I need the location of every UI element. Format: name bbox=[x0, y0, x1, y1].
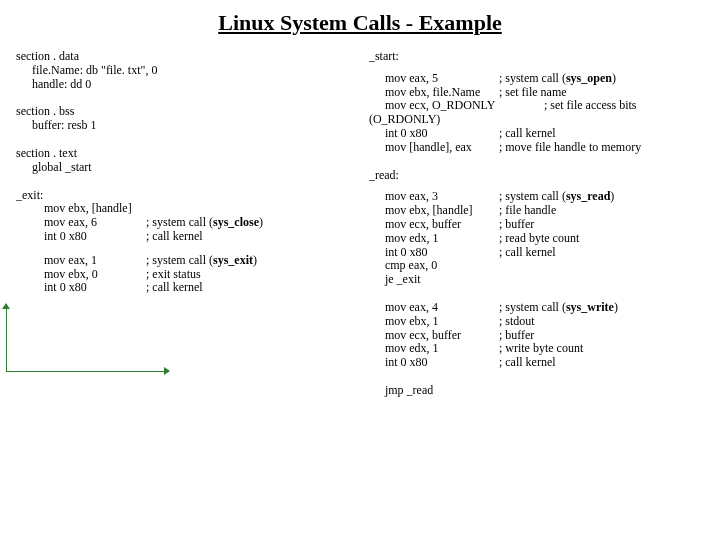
code-comment: ; file handle bbox=[499, 204, 708, 218]
code-line: mov eax, 5 bbox=[369, 72, 499, 86]
code-line: mov ecx, O_RDONLY bbox=[369, 99, 544, 113]
code-line: mov ecx, buffer bbox=[369, 218, 499, 232]
write-block: mov eax, 4 ; system call (sys_write) mov… bbox=[369, 301, 708, 370]
label-read: _read: bbox=[369, 169, 499, 183]
exit2-block: mov eax, 1 ; system call (sys_exit) mov … bbox=[16, 254, 369, 295]
code-comment: ; exit status bbox=[146, 268, 369, 282]
code-comment: ; call kernel bbox=[499, 356, 708, 370]
code-comment: ; system call (sys_read) bbox=[499, 190, 708, 204]
page-title: Linux System Calls - Example bbox=[0, 0, 720, 50]
code-comment: ; read byte count bbox=[499, 232, 708, 246]
code-comment: ; set file access bits bbox=[544, 99, 708, 113]
code-comment: ; call kernel bbox=[499, 127, 708, 141]
exit-block: _exit: mov ebx, [handle] mov eax, 6 ; sy… bbox=[16, 189, 369, 244]
code-line: mov eax, 6 bbox=[16, 216, 146, 230]
code-line: mov ebx, [handle] bbox=[369, 204, 499, 218]
code-line: cmp eax, 0 bbox=[369, 259, 499, 273]
code-comment: ; stdout bbox=[499, 315, 708, 329]
code-comment: ; call kernel bbox=[499, 246, 708, 260]
code-comment: ; system call (sys_exit) bbox=[146, 254, 369, 268]
code-comment: ; move file handle to memory bbox=[499, 141, 708, 155]
code-line: mov ecx, buffer bbox=[369, 329, 499, 343]
code-line: int 0 x80 bbox=[16, 230, 146, 244]
code-line: int 0 x80 bbox=[369, 246, 499, 260]
code-comment: ; system call (sys_close) bbox=[146, 216, 369, 230]
code-line: section . bss bbox=[16, 105, 146, 119]
code-line: mov ebx, 1 bbox=[369, 315, 499, 329]
code-comment: ; buffer bbox=[499, 218, 708, 232]
code-line: mov ebx, file.Name bbox=[369, 86, 499, 100]
code-comment: ; system call (sys_write) bbox=[499, 301, 708, 315]
code-line: global _start bbox=[16, 161, 92, 175]
code-line: (O_RDONLY) bbox=[369, 113, 440, 127]
code-comment: ; system call (sys_open) bbox=[499, 72, 708, 86]
jmp-block: jmp _read bbox=[369, 384, 708, 398]
code-comment: ; set file name bbox=[499, 86, 708, 100]
code-comment: ; call kernel bbox=[146, 230, 369, 244]
code-line: mov ebx, 0 bbox=[16, 268, 146, 282]
code-line: mov eax, 3 bbox=[369, 190, 499, 204]
flow-arrow-line bbox=[6, 371, 164, 372]
start-block: _start: mov eax, 5 ; system call (sys_op… bbox=[369, 50, 708, 155]
code-line: int 0 x80 bbox=[16, 281, 146, 295]
code-line: buffer: resb 1 bbox=[16, 119, 96, 133]
flow-arrow-head-icon bbox=[164, 367, 170, 375]
label-start: _start: bbox=[369, 50, 499, 64]
bss-section: section . bss buffer: resb 1 bbox=[16, 105, 369, 133]
code-line: mov edx, 1 bbox=[369, 232, 499, 246]
left-column: section . data file.Name: db "file. txt"… bbox=[16, 50, 369, 412]
code-line: int 0 x80 bbox=[369, 127, 499, 141]
right-column: _start: mov eax, 5 ; system call (sys_op… bbox=[369, 50, 708, 412]
code-line: handle: dd 0 bbox=[16, 78, 91, 92]
code-comment: ; call kernel bbox=[146, 281, 369, 295]
code-line: je _exit bbox=[369, 273, 499, 287]
code-line: file.Name: db "file. txt", 0 bbox=[16, 64, 157, 78]
content-columns: section . data file.Name: db "file. txt"… bbox=[0, 50, 720, 412]
code-line: section . text bbox=[16, 147, 146, 161]
label-exit: _exit: bbox=[16, 189, 146, 203]
code-line: jmp _read bbox=[369, 384, 499, 398]
code-comment: ; buffer bbox=[499, 329, 708, 343]
code-comment: ; write byte count bbox=[499, 342, 708, 356]
code-line: mov edx, 1 bbox=[369, 342, 499, 356]
code-line: mov eax, 4 bbox=[369, 301, 499, 315]
data-section: section . data file.Name: db "file. txt"… bbox=[16, 50, 369, 91]
flow-arrow-line bbox=[6, 307, 7, 371]
code-line: mov ebx, [handle] bbox=[16, 202, 132, 216]
text-section: section . text global _start bbox=[16, 147, 369, 175]
code-line: mov eax, 1 bbox=[16, 254, 146, 268]
code-line: mov [handle], eax bbox=[369, 141, 499, 155]
read-block: _read: mov eax, 3 ; system call (sys_rea… bbox=[369, 169, 708, 287]
code-line: section . data bbox=[16, 50, 146, 64]
code-line: int 0 x80 bbox=[369, 356, 499, 370]
